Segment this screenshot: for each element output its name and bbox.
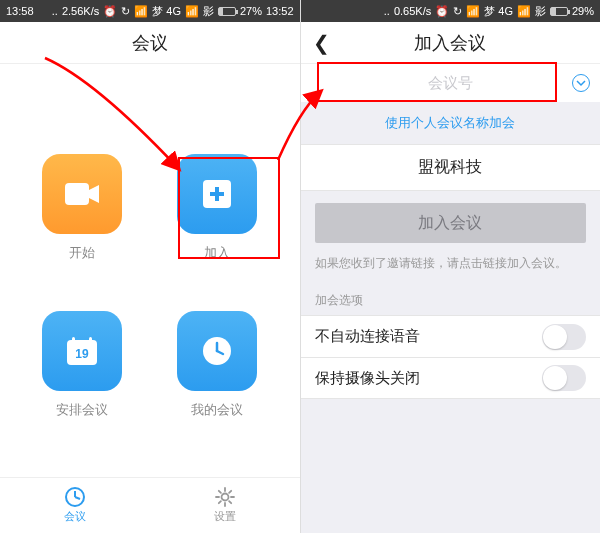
titlebar-left: 会议 (0, 22, 300, 64)
status-network: 梦 4G (152, 4, 181, 19)
alarm-icon: ⏰ (435, 5, 449, 18)
sync-icon: ↻ (121, 5, 130, 18)
page-title: 会议 (132, 31, 168, 55)
toggle-camera: 保持摄像头关闭 (301, 357, 601, 399)
plus-icon (177, 154, 257, 234)
left-screen: 13:58 .. 2.56K/s ⏰ ↻ 📶 梦 4G 📶 影 27% 13:5… (0, 0, 300, 533)
chevron-down-icon[interactable] (572, 74, 590, 92)
svg-rect-5 (72, 337, 75, 343)
calendar-icon: 19 (42, 311, 122, 391)
video-icon (42, 154, 122, 234)
svg-rect-3 (210, 192, 224, 196)
sync-icon: ↻ (453, 5, 462, 18)
tile-schedule[interactable]: 19 安排会议 (30, 311, 135, 438)
alarm-icon: ⏰ (103, 5, 117, 18)
svg-text:19: 19 (76, 347, 90, 361)
tab-label: 会议 (64, 509, 86, 524)
titlebar-right: ❮ 加入会议 (301, 22, 601, 64)
svg-point-14 (221, 494, 228, 501)
status-network: 梦 4G (484, 4, 513, 19)
meeting-id-input[interactable]: 会议号 (301, 64, 601, 102)
status-time: 13:58 (6, 5, 34, 17)
status-battery: 27% (240, 5, 262, 17)
home-grid: 开始 加入 19 安排会议 (0, 64, 300, 477)
org-name: 盟视科技 (301, 144, 601, 191)
svg-rect-0 (65, 183, 89, 205)
bottom-tabbar: 会议 设置 (0, 477, 300, 533)
statusbar-right: .. 0.65K/s ⏰ ↻ 📶 梦 4G 📶 影 29% (301, 0, 601, 22)
tab-label: 设置 (214, 509, 236, 524)
status-speed: 0.65K/s (394, 5, 431, 17)
page-title: 加入会议 (414, 31, 486, 55)
tile-join[interactable]: 加入 (165, 154, 270, 281)
tab-settings[interactable]: 设置 (150, 478, 300, 533)
tab-meeting[interactable]: 会议 (0, 478, 150, 533)
toggle-label: 不自动连接语音 (315, 327, 420, 346)
clock-icon (177, 311, 257, 391)
tile-label: 我的会议 (191, 401, 243, 419)
toggle-label: 保持摄像头关闭 (315, 369, 420, 388)
svg-line-13 (75, 497, 80, 499)
tile-label: 开始 (69, 244, 95, 262)
tile-mine[interactable]: 我的会议 (165, 311, 270, 438)
status-time-right: 13:52 (266, 5, 294, 17)
use-personal-link[interactable]: 使用个人会议名称加会 (301, 102, 601, 144)
battery-icon (550, 7, 568, 16)
svg-rect-6 (89, 337, 92, 343)
status-battery: 29% (572, 5, 594, 17)
section-label: 加会选项 (301, 284, 601, 315)
input-placeholder: 会议号 (428, 74, 473, 93)
battery-icon (218, 7, 236, 16)
tile-start[interactable]: 开始 (30, 154, 135, 281)
hint-text: 如果您收到了邀请链接，请点击链接加入会议。 (301, 255, 601, 284)
statusbar-left: 13:58 .. 2.56K/s ⏰ ↻ 📶 梦 4G 📶 影 27% 13:5… (0, 0, 300, 22)
status-speed: 2.56K/s (62, 5, 99, 17)
tile-label: 加入 (204, 244, 230, 262)
tile-label: 安排会议 (56, 401, 108, 419)
right-screen: .. 0.65K/s ⏰ ↻ 📶 梦 4G 📶 影 29% ❮ 加入会议 会议号 (301, 0, 601, 533)
back-icon[interactable]: ❮ (313, 31, 330, 55)
switch-camera[interactable] (542, 365, 586, 391)
toggle-audio: 不自动连接语音 (301, 315, 601, 357)
join-button[interactable]: 加入会议 (315, 203, 587, 243)
switch-audio[interactable] (542, 324, 586, 350)
